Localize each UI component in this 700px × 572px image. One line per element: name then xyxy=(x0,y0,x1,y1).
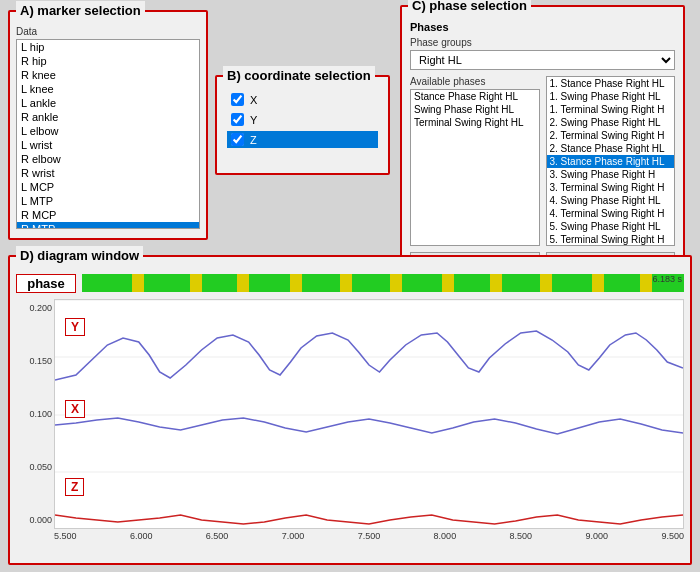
coord-y-checkbox[interactable] xyxy=(231,113,244,126)
coordinate-selection-panel: B) coordinate selection X Y Z xyxy=(215,75,390,175)
phases-title: Phases xyxy=(410,21,675,33)
phase-list-item[interactable]: 5. Swing Phase Right HL xyxy=(547,220,675,233)
phase-list-item[interactable]: 4. Swing Phase Right HL xyxy=(547,194,675,207)
y-axis: 0.200 0.150 0.100 0.050 0.000 xyxy=(16,299,54,529)
marker-listbox[interactable]: L hipR hipR kneeL kneeL ankleR ankleL el… xyxy=(16,39,200,229)
svg-rect-5 xyxy=(340,274,352,292)
svg-rect-8 xyxy=(490,274,502,292)
marker-item[interactable]: R MCP xyxy=(17,208,199,222)
marker-item[interactable]: L hip xyxy=(17,40,199,54)
chart-lines-svg xyxy=(55,300,683,529)
coord-z-row[interactable]: Z xyxy=(227,131,378,148)
coord-z-checkbox[interactable] xyxy=(231,133,244,146)
phase-bar: 6.183 s xyxy=(82,274,684,292)
diagram-window-panel: D) diagram window phase 6.1 xyxy=(8,255,692,565)
phase-groups-dropdown[interactable]: Right HL xyxy=(410,50,675,70)
phase-list-item[interactable]: 3. Swing Phase Right H xyxy=(547,168,675,181)
panel-a-title: A) marker selection xyxy=(16,1,145,20)
data-label: Data xyxy=(16,26,200,37)
panel-c-title: C) phase selection xyxy=(408,0,531,15)
coord-z-label: Z xyxy=(250,134,257,146)
svg-rect-9 xyxy=(540,274,552,292)
x-label-8500: 8.500 xyxy=(510,531,533,541)
available-phase-item[interactable]: Stance Phase Right HL xyxy=(411,90,539,103)
coord-y-row[interactable]: Y xyxy=(227,111,378,128)
phase-list-item[interactable]: 1. Swing Phase Right HL xyxy=(547,90,675,103)
marker-item[interactable]: L MCP xyxy=(17,180,199,194)
x-label-7000: 7.000 xyxy=(282,531,305,541)
marker-selection-panel: A) marker selection Data L hipR hipR kne… xyxy=(8,10,208,240)
chart-svg-container: Y X Z xyxy=(54,299,684,529)
phase-list-item[interactable]: 4. Terminal Swing Right H xyxy=(547,207,675,220)
phase-list-item[interactable]: 1. Stance Phase Right HL xyxy=(547,77,675,90)
x-label-7500: 7.500 xyxy=(358,531,381,541)
marker-item[interactable]: R knee xyxy=(17,68,199,82)
phase-bar-container: phase 6.183 s xyxy=(16,271,684,295)
y-label-050: 0.050 xyxy=(16,462,54,472)
x-label-8000: 8.000 xyxy=(434,531,457,541)
phase-list-item[interactable]: 1. Terminal Swing Right H xyxy=(547,103,675,116)
svg-rect-2 xyxy=(190,274,202,292)
marker-item[interactable]: L elbow xyxy=(17,124,199,138)
marker-item[interactable]: R ankle xyxy=(17,110,199,124)
phase-label: phase xyxy=(16,274,76,293)
marker-item[interactable]: R wrist xyxy=(17,166,199,180)
coord-x-row[interactable]: X xyxy=(227,91,378,108)
coord-x-label: X xyxy=(250,94,257,106)
marker-item[interactable]: R elbow xyxy=(17,152,199,166)
x-label-5500: 5.500 xyxy=(54,531,77,541)
svg-rect-11 xyxy=(640,274,652,292)
available-phases-col: Available phases Stance Phase Right HLSw… xyxy=(410,76,540,246)
marker-item[interactable]: L MTP xyxy=(17,194,199,208)
y-signal-label: Y xyxy=(65,318,85,336)
phase-groups-label: Phase groups xyxy=(410,37,675,48)
available-phases-listbox[interactable]: Stance Phase Right HLSwing Phase Right H… xyxy=(410,89,540,246)
y-label-000: 0.000 xyxy=(16,515,54,525)
coord-y-label: Y xyxy=(250,114,257,126)
x-label-6500: 6.500 xyxy=(206,531,229,541)
panel-b-title: B) coordinate selection xyxy=(223,66,375,85)
marker-item[interactable]: R MTP xyxy=(17,222,199,229)
phase-list-item[interactable]: 2. Stance Phase Right HL xyxy=(547,142,675,155)
svg-rect-6 xyxy=(390,274,402,292)
marker-item[interactable]: L knee xyxy=(17,82,199,96)
available-phases-label: Available phases xyxy=(410,76,540,87)
time-label: 6.183 s xyxy=(652,274,682,284)
x-signal-label: X xyxy=(65,400,85,418)
y-label-150: 0.150 xyxy=(16,356,54,366)
y-label-200: 0.200 xyxy=(16,303,54,313)
marker-item[interactable]: R hip xyxy=(17,54,199,68)
phase-list-item[interactable]: 2. Swing Phase Right HL xyxy=(547,116,675,129)
phase-list-item[interactable]: 3. Stance Phase Right HL xyxy=(547,155,675,168)
phase-columns: Available phases Stance Phase Right HLSw… xyxy=(410,76,675,246)
marker-item[interactable]: L ankle xyxy=(17,96,199,110)
chart-container: 0.200 0.150 0.100 0.050 0.000 Y X Z xyxy=(16,299,684,541)
x-label-9500: 9.500 xyxy=(661,531,684,541)
chart-with-yaxis: 0.200 0.150 0.100 0.050 0.000 Y X Z xyxy=(16,299,684,529)
phase-list-col: 1. Stance Phase Right HL1. Swing Phase R… xyxy=(546,76,676,246)
phase-bar-svg xyxy=(82,274,684,292)
available-phase-item[interactable]: Swing Phase Right HL xyxy=(411,103,539,116)
panel-d-title: D) diagram window xyxy=(16,246,143,265)
svg-rect-1 xyxy=(132,274,144,292)
z-signal-label: Z xyxy=(65,478,84,496)
phase-list-listbox[interactable]: 1. Stance Phase Right HL1. Swing Phase R… xyxy=(546,76,676,246)
svg-rect-4 xyxy=(290,274,302,292)
x-label-9000: 9.000 xyxy=(585,531,608,541)
svg-rect-7 xyxy=(442,274,454,292)
phase-list-item[interactable]: 3. Terminal Swing Right H xyxy=(547,181,675,194)
y-label-100: 0.100 xyxy=(16,409,54,419)
phase-list-item[interactable]: 5. Terminal Swing Right H xyxy=(547,233,675,246)
coord-x-checkbox[interactable] xyxy=(231,93,244,106)
x-axis: 5.500 6.000 6.500 7.000 7.500 8.000 8.50… xyxy=(16,529,684,541)
phase-list-item[interactable]: 2. Terminal Swing Right H xyxy=(547,129,675,142)
available-phase-item[interactable]: Terminal Swing Right HL xyxy=(411,116,539,129)
phase-selection-panel: C) phase selection Phases Phase groups R… xyxy=(400,5,685,275)
svg-rect-10 xyxy=(592,274,604,292)
marker-item[interactable]: L wrist xyxy=(17,138,199,152)
x-label-6000: 6.000 xyxy=(130,531,153,541)
svg-rect-3 xyxy=(237,274,249,292)
